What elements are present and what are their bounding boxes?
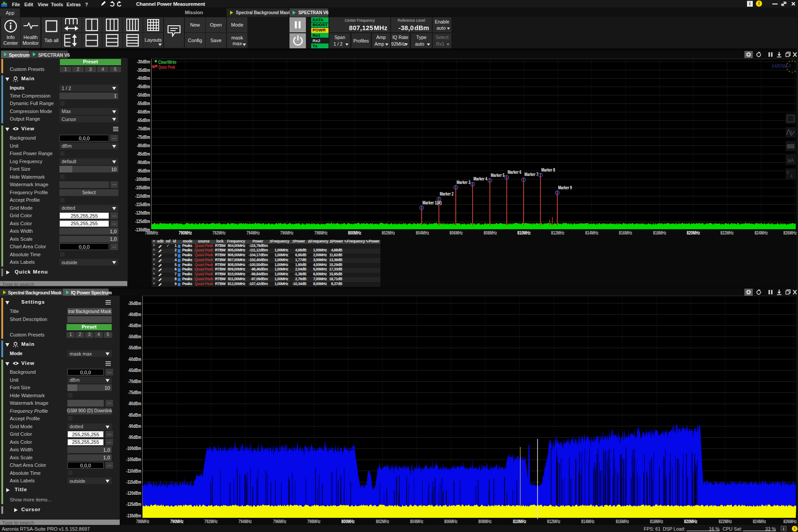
svg-text:-90dBm: -90dBm <box>137 160 150 165</box>
svg-text:-65dBm: -65dBm <box>128 368 141 373</box>
svg-text:Clear/Write: Clear/Write <box>158 60 176 65</box>
svg-text:-130dBm: -130dBm <box>126 513 141 518</box>
svg-text:-115dBm: -115dBm <box>126 480 141 485</box>
svg-text:826MHz: 826MHz <box>783 230 797 235</box>
svg-text:800MHz: 800MHz <box>341 519 355 524</box>
svg-text:824MHz: 824MHz <box>755 230 768 235</box>
svg-text:808MHz: 808MHz <box>478 519 492 524</box>
svg-text:-30dBm: -30dBm <box>137 59 150 64</box>
svg-text:794MHz: 794MHz <box>239 519 252 524</box>
svg-text:798MHz: 798MHz <box>307 519 321 524</box>
svg-text:-95dBm: -95dBm <box>137 168 150 173</box>
svg-text:Quasi Peak: Quasi Peak <box>158 65 175 70</box>
svg-text:-45dBm: -45dBm <box>128 323 141 328</box>
svg-text:804MHz: 804MHz <box>416 230 429 235</box>
svg-text:822MHz: 822MHz <box>720 230 734 235</box>
svg-text:808MHz: 808MHz <box>484 230 497 235</box>
svg-text:-60dBm: -60dBm <box>137 109 150 114</box>
svg-text:-110dBm: -110dBm <box>126 469 141 473</box>
svg-text:814MHz: 814MHz <box>581 519 595 524</box>
svg-text:790MHz: 790MHz <box>170 519 184 524</box>
svg-text:-60dBm: -60dBm <box>128 357 141 362</box>
svg-text:826MHz: 826MHz <box>783 519 797 524</box>
svg-text:-55dBm: -55dBm <box>137 101 150 106</box>
svg-text:798MHz: 798MHz <box>314 230 328 235</box>
svg-text:810MHz: 810MHz <box>517 230 531 235</box>
svg-text:818MHz: 818MHz <box>653 230 666 235</box>
svg-text:Marker 3: Marker 3 <box>457 180 470 185</box>
svg-text:814MHz: 814MHz <box>585 230 598 235</box>
svg-text:788MHz: 788MHz <box>145 230 158 235</box>
svg-text:-35dBm: -35dBm <box>128 301 141 306</box>
svg-text:802MHz: 802MHz <box>376 519 389 524</box>
svg-text:✖: ✖ <box>152 64 155 69</box>
svg-text:812MHz: 812MHz <box>547 519 560 524</box>
svg-text:818MHz: 818MHz <box>650 519 663 524</box>
svg-text:820MHz: 820MHz <box>687 230 700 235</box>
svg-text:Marker 5: Marker 5 <box>491 172 505 178</box>
svg-text:824MHz: 824MHz <box>753 519 766 524</box>
svg-text:-40dBm: -40dBm <box>128 312 141 317</box>
svg-text:804MHz: 804MHz <box>410 519 423 524</box>
svg-text:792MHz: 792MHz <box>212 230 226 235</box>
svg-text:-110dBm: -110dBm <box>135 193 150 199</box>
svg-text:806MHz: 806MHz <box>450 230 463 235</box>
svg-text:Marker 8: Marker 8 <box>541 167 555 172</box>
svg-text:788MHz: 788MHz <box>136 519 149 524</box>
svg-text:-120dBm: -120dBm <box>135 210 150 215</box>
svg-text:Marker 2: Marker 2 <box>440 191 454 196</box>
svg-text:-100dBm: -100dBm <box>135 176 150 182</box>
svg-text:-70dBm: -70dBm <box>128 379 141 384</box>
svg-text:-35dBm: -35dBm <box>137 67 150 73</box>
svg-text:-95dBm: -95dBm <box>128 435 141 440</box>
svg-text:-70dBm: -70dBm <box>137 126 150 131</box>
svg-text:790MHz: 790MHz <box>179 230 192 235</box>
svg-text:-115dBm: -115dBm <box>135 202 150 207</box>
svg-text:794MHz: 794MHz <box>246 230 260 235</box>
svg-text:810MHz: 810MHz <box>513 519 526 524</box>
svg-text:-125dBm: -125dBm <box>135 219 150 224</box>
svg-text:-90dBm: -90dBm <box>128 424 141 429</box>
svg-text:1: 1 <box>790 174 793 178</box>
svg-text:-80dBm: -80dBm <box>128 401 141 406</box>
svg-text:816MHz: 816MHz <box>619 230 632 235</box>
svg-text:aA: aA <box>787 157 794 164</box>
svg-text:Marker 7: Marker 7 <box>524 172 538 177</box>
svg-text:Marker 4: Marker 4 <box>473 176 487 181</box>
svg-text:Marker 6: Marker 6 <box>508 169 521 175</box>
svg-text:-65dBm: -65dBm <box>137 117 150 123</box>
svg-text:812MHz: 812MHz <box>551 230 564 235</box>
svg-text:Marker 9: Marker 9 <box>558 185 572 190</box>
svg-text:-45dBm: -45dBm <box>137 84 150 89</box>
svg-text:-100dBm: -100dBm <box>126 446 141 451</box>
svg-text:816MHz: 816MHz <box>616 519 629 524</box>
svg-text:796MHz: 796MHz <box>273 519 286 524</box>
svg-text:Marker 1(R): Marker 1(R) <box>422 200 442 205</box>
svg-text:800MHz: 800MHz <box>348 230 361 235</box>
svg-text:-85dBm: -85dBm <box>137 151 150 156</box>
svg-text:-50dBm: -50dBm <box>137 92 150 98</box>
svg-text:-75dBm: -75dBm <box>137 134 150 140</box>
svg-text:-75dBm: -75dBm <box>128 390 141 395</box>
svg-text:-55dBm: -55dBm <box>128 345 141 350</box>
svg-text:822MHz: 822MHz <box>719 519 732 524</box>
svg-text:-40dBm: -40dBm <box>137 75 150 81</box>
svg-text:796MHz: 796MHz <box>280 230 293 235</box>
svg-text:-80dBm: -80dBm <box>137 143 150 148</box>
svg-text:-85dBm: -85dBm <box>128 413 141 418</box>
svg-text:820MHz: 820MHz <box>684 519 697 524</box>
svg-text:-50dBm: -50dBm <box>128 334 141 339</box>
svg-text:792MHz: 792MHz <box>204 519 218 524</box>
svg-text:-120dBm: -120dBm <box>126 491 141 496</box>
svg-text:-105dBm: -105dBm <box>135 185 150 190</box>
svg-text:-125dBm: -125dBm <box>126 502 141 507</box>
svg-text:806MHz: 806MHz <box>444 519 458 524</box>
svg-text:AARONIA A: AARONIA A <box>771 63 791 69</box>
svg-text:-105dBm: -105dBm <box>126 457 141 462</box>
svg-text:802MHz: 802MHz <box>382 230 395 235</box>
